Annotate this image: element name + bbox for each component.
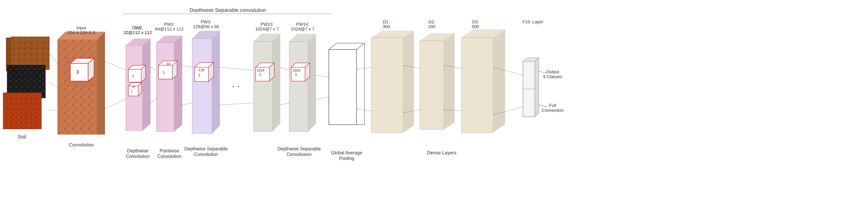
svg-text:D2:: D2:: [429, 20, 435, 24]
svg-line-151: [539, 71, 547, 73]
svg-rect-74: [253, 41, 272, 132]
svg-line-133: [151, 67, 156, 70]
svg-text:Full: Full: [549, 103, 556, 108]
svg-rect-51: [158, 65, 172, 79]
svg-rect-36: [128, 69, 141, 82]
svg-text:128@56 x 56: 128@56 x 56: [193, 24, 219, 29]
svg-text:300: 300: [383, 24, 390, 29]
svg-text:Depthwise Separable: Depthwise Separable: [278, 146, 321, 151]
svg-marker-112: [444, 33, 455, 130]
svg-line-140: [280, 103, 289, 105]
svg-text:64: 64: [167, 62, 170, 65]
svg-rect-111: [420, 40, 444, 130]
svg-text:Connection: Connection: [541, 108, 563, 113]
svg-text:Global Average: Global Average: [331, 150, 362, 155]
input-label: Input: [76, 25, 86, 30]
svg-marker-47: [174, 36, 182, 132]
architecture-diagram: Soil 3 1 Convolution Input 224 X 224 X 3: [0, 0, 868, 224]
svg-text:D1:: D1:: [383, 20, 390, 24]
svg-line-131: [105, 61, 126, 70]
svg-text:64@112 x 112: 64@112 x 112: [155, 27, 183, 31]
svg-line-129: [50, 82, 57, 87]
svg-rect-95: [329, 50, 356, 125]
svg-text:Output: Output: [546, 69, 559, 74]
svg-rect-106: [371, 38, 403, 133]
svg-rect-19: [57, 39, 97, 134]
svg-rect-48: [157, 43, 174, 131]
svg-text:Convolution: Convolution: [194, 152, 218, 157]
svg-text:PW13:: PW13:: [260, 22, 274, 27]
svg-text:PW3:: PW3:: [201, 20, 211, 24]
svg-line-139: [280, 67, 289, 70]
svg-text:F15: Layer: F15: Layer: [522, 20, 543, 24]
svg-text:3: 3: [295, 72, 297, 77]
depthwise-sep-title: Depthwise Separable convolution: [190, 7, 266, 13]
svg-marker-32: [143, 39, 151, 131]
svg-line-138: [220, 103, 253, 105]
svg-line-128: [50, 54, 57, 63]
svg-text:3: 3: [198, 73, 200, 77]
svg-text:1: 1: [87, 65, 89, 68]
svg-text:1024: 1024: [292, 68, 300, 72]
svg-text:3: 3: [162, 70, 165, 75]
svg-line-134: [151, 99, 156, 103]
svg-text:3: 3: [76, 69, 79, 74]
svg-rect-84: [289, 41, 308, 132]
svg-text:128: 128: [198, 68, 205, 72]
svg-line-130: [50, 110, 57, 111]
svg-line-143: [356, 67, 371, 69]
svg-text:32@112 x 112: 32@112 x 112: [123, 30, 152, 35]
svg-rect-23: [70, 63, 88, 81]
svg-marker-117: [493, 29, 505, 133]
svg-line-135: [182, 65, 192, 67]
svg-text:Depthwise Separable: Depthwise Separable: [184, 146, 228, 151]
svg-rect-63: [193, 39, 212, 133]
svg-text:3: 3: [259, 72, 261, 77]
svg-text:Pooling: Pooling: [339, 156, 354, 161]
svg-text:200: 200: [428, 24, 436, 29]
soil-label: Soil: [18, 134, 26, 140]
svg-line-152: [539, 105, 547, 107]
svg-text:Convolusion: Convolusion: [287, 152, 312, 157]
svg-text:Convolution: Convolution: [126, 154, 150, 159]
svg-rect-1: [11, 37, 50, 70]
svg-text:Convolution: Convolution: [157, 154, 181, 159]
svg-marker-123: [535, 58, 539, 117]
svg-text:PW2:: PW2:: [164, 22, 175, 27]
svg-text:9 Classes: 9 Classes: [543, 74, 562, 79]
svg-text:Dense Layers: Dense Layers: [427, 150, 456, 155]
diagram-container: Soil 3 1 Convolution Input 224 X 224 X 3: [0, 0, 868, 224]
svg-rect-5: [3, 93, 41, 129]
svg-marker-75: [272, 34, 280, 132]
svg-line-137: [220, 67, 253, 70]
svg-text:Depthwise: Depthwise: [127, 148, 148, 153]
svg-marker-107: [403, 31, 414, 133]
svg-line-136: [182, 103, 192, 105]
svg-text:C:1: C:1: [134, 25, 141, 30]
svg-text:500: 500: [472, 24, 479, 29]
svg-line-141: [316, 75, 329, 77]
svg-text:D3:: D3:: [472, 20, 479, 24]
svg-text:1024@7 x 7: 1024@7 x 7: [255, 27, 279, 31]
svg-text:3: 3: [132, 74, 134, 78]
svg-text:1: 1: [131, 90, 133, 93]
svg-text:Pointwise: Pointwise: [160, 148, 179, 153]
svg-marker-85: [308, 34, 316, 132]
svg-marker-62: [212, 31, 220, 134]
convolution-label: Convolution: [69, 142, 94, 148]
svg-line-144: [356, 109, 371, 111]
svg-text:PW14:: PW14:: [296, 22, 309, 27]
svg-line-96: [329, 43, 337, 50]
svg-marker-18: [97, 32, 105, 134]
svg-line-132: [105, 99, 126, 109]
svg-text:1024: 1024: [256, 68, 265, 72]
svg-text:32: 32: [132, 85, 135, 89]
dots: . .: [232, 78, 240, 89]
svg-text:1024@7 x 7: 1024@7 x 7: [291, 27, 315, 31]
svg-line-97: [356, 43, 365, 50]
svg-rect-116: [462, 38, 493, 133]
svg-line-142: [316, 97, 329, 99]
svg-text:224 X 224 X 3: 224 X 224 X 3: [67, 30, 95, 35]
